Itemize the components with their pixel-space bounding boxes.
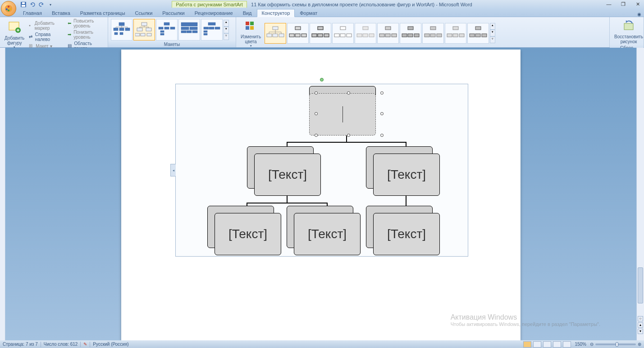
tab-design[interactable]: Конструктор: [257, 9, 295, 17]
proofing-icon[interactable]: ✎: [83, 342, 87, 347]
style-item-3[interactable]: [310, 23, 331, 44]
svg-rect-69: [340, 27, 346, 30]
style-item-7[interactable]: [400, 23, 421, 44]
layout-item-2[interactable]: [133, 19, 155, 41]
text-cursor: [343, 106, 343, 122]
layout-gallery-more[interactable]: ▿: [224, 33, 229, 40]
group-reset: Восстановить рисунок Сброс: [610, 17, 644, 47]
layout-item-1[interactable]: [111, 19, 132, 41]
demote-button[interactable]: ➡Понизить уровень: [67, 29, 105, 40]
style-gallery-up[interactable]: ▴: [490, 23, 495, 30]
selection-handle[interactable]: [347, 134, 350, 137]
style-item-4[interactable]: [332, 23, 354, 44]
svg-rect-42: [208, 23, 215, 25]
office-button[interactable]: [1, 1, 16, 16]
svg-rect-91: [453, 34, 458, 37]
selection-handle[interactable]: [380, 112, 384, 115]
page-scroll-container[interactable]: ◂: [5, 48, 636, 340]
zoom-out-button[interactable]: ⊖: [590, 342, 594, 347]
office-logo-icon: [4, 4, 13, 13]
prev-page-button[interactable]: ▴: [638, 322, 643, 328]
text-pane-toggle[interactable]: ◂: [170, 164, 176, 176]
style-item-9[interactable]: [445, 23, 466, 44]
layout-preview-icon: [180, 22, 198, 38]
add-shape-button[interactable]: Добавить фигуру ▾: [3, 19, 26, 50]
layout-gallery-down[interactable]: ▾: [224, 27, 229, 33]
smartart-canvas[interactable]: ◂: [175, 84, 468, 257]
view-print-layout[interactable]: [523, 341, 531, 348]
smartart-node[interactable]: [Текст]: [366, 146, 440, 196]
smartart-node[interactable]: [Текст]: [207, 206, 281, 255]
redo-button[interactable]: [38, 1, 45, 8]
view-full-screen[interactable]: [533, 341, 541, 348]
change-colors-button[interactable]: Изменить цвета ▾: [239, 18, 263, 49]
reset-graphic-button[interactable]: Восстановить рисунок: [612, 18, 644, 45]
qat-customize-button[interactable]: ▾: [47, 1, 54, 8]
language-indicator[interactable]: Русский (Россия): [93, 342, 128, 347]
layout-item-4[interactable]: [178, 19, 200, 41]
layout-gallery-up[interactable]: ▴: [224, 20, 229, 27]
close-button[interactable]: ✕: [633, 1, 642, 7]
rotate-handle[interactable]: [320, 78, 324, 81]
tab-page-layout[interactable]: Разметка страницы: [75, 9, 130, 17]
style-preview-icon: [333, 25, 352, 42]
style-item-6[interactable]: [377, 23, 399, 44]
view-web-layout[interactable]: [543, 341, 551, 348]
browse-object-button[interactable]: ○: [638, 316, 643, 321]
view-outline[interactable]: [553, 341, 561, 348]
smartart-node[interactable]: [Текст]: [366, 206, 440, 255]
zoom-level[interactable]: 150%: [575, 342, 586, 347]
selection-handle[interactable]: [380, 91, 384, 95]
vertical-scrollbar[interactable]: ○ ▴ ▾: [636, 48, 644, 340]
next-page-button[interactable]: ▾: [638, 329, 643, 334]
layout-item-3[interactable]: [156, 19, 178, 41]
tab-insert[interactable]: Вставка: [47, 9, 75, 17]
style-item-1[interactable]: [265, 23, 286, 44]
promote-button[interactable]: ⬅Повысить уровень: [67, 18, 105, 29]
word-count[interactable]: Число слов: 612: [44, 342, 78, 347]
style-item-5[interactable]: [355, 23, 376, 44]
undo-button[interactable]: [29, 1, 36, 8]
zoom-in-button[interactable]: ⊕: [638, 342, 641, 347]
selection-handle[interactable]: [315, 91, 318, 95]
document-title: 11 Как оформить схемы в дипломном проект…: [251, 2, 472, 7]
style-item-10[interactable]: [467, 23, 489, 44]
selection-handle[interactable]: [347, 91, 350, 95]
page-indicator[interactable]: Страница: 7 из 7: [3, 342, 38, 347]
help-button[interactable]: ◉: [637, 12, 644, 17]
svg-rect-88: [437, 34, 442, 37]
tab-view[interactable]: Вид: [238, 9, 257, 17]
zoom-slider[interactable]: [595, 343, 636, 345]
style-item-8[interactable]: [422, 23, 444, 44]
selection-handle[interactable]: [380, 134, 384, 137]
style-gallery-more[interactable]: ▿: [490, 36, 495, 43]
selection-handle[interactable]: [315, 134, 318, 137]
view-draft[interactable]: [563, 341, 571, 348]
style-item-2[interactable]: [287, 23, 309, 44]
tab-mailings[interactable]: Рассылки: [157, 9, 189, 17]
tab-home[interactable]: Главная: [18, 9, 47, 17]
save-button[interactable]: [20, 1, 27, 8]
smartart-node-selected[interactable]: [309, 93, 376, 136]
svg-rect-95: [475, 34, 480, 37]
add-bullet-button[interactable]: ▪Добавить маркер: [28, 20, 64, 31]
selection-handle[interactable]: [315, 112, 318, 115]
maximize-button[interactable]: ❐: [619, 1, 628, 7]
layout-preview-icon: [135, 22, 153, 38]
scrollbar-thumb[interactable]: [638, 267, 643, 303]
smartart-node[interactable]: [Текст]: [287, 206, 361, 255]
svg-rect-49: [250, 22, 254, 25]
smartart-root-node[interactable]: [309, 86, 383, 136]
tab-review[interactable]: Рецензирование: [190, 9, 238, 17]
ribbon: Добавить фигуру ▾ ▪Добавить маркер ⇄Спра…: [0, 17, 644, 48]
smartart-node[interactable]: [Текст]: [247, 146, 321, 196]
tab-references[interactable]: Ссылки: [130, 9, 158, 17]
style-gallery-down[interactable]: ▾: [490, 30, 495, 36]
svg-rect-51: [250, 26, 254, 30]
layout-item-5[interactable]: [201, 19, 223, 41]
zoom-slider-thumb[interactable]: [616, 342, 618, 347]
right-to-left-button[interactable]: ⇄Справа налево: [28, 32, 64, 42]
minimize-button[interactable]: —: [604, 1, 613, 7]
svg-rect-78: [379, 34, 384, 37]
tab-format[interactable]: Формат: [295, 9, 322, 17]
